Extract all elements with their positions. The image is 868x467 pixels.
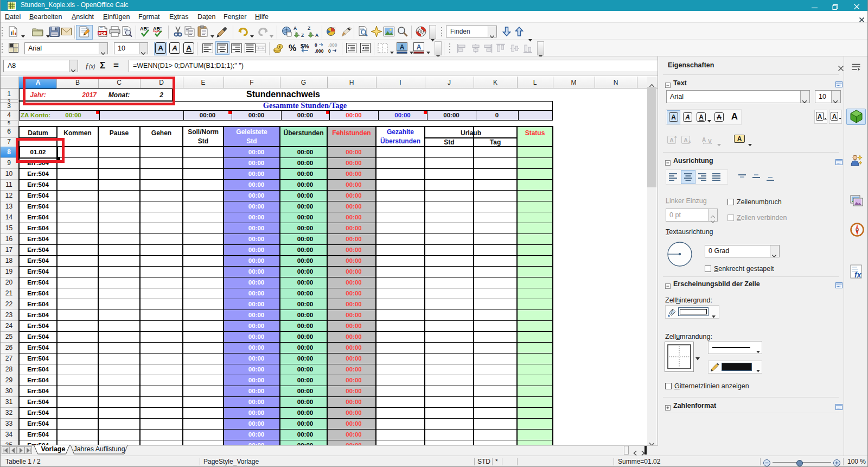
- svg-text:0: 0: [315, 42, 317, 48]
- svg-text:.000: .000: [328, 42, 337, 48]
- svg-text:0: 0: [328, 48, 331, 54]
- svg-text:fx: fx: [854, 270, 862, 279]
- svg-text:A: A: [315, 33, 318, 37]
- svg-text:A: A: [400, 43, 405, 51]
- svg-text:C: C: [159, 27, 162, 30]
- svg-text:Z: Z: [308, 26, 310, 31]
- svg-text:.000: .000: [315, 48, 324, 54]
- svg-text:A: A: [417, 43, 422, 51]
- svg-text:C: C: [146, 27, 149, 30]
- svg-text:$%: $%: [301, 43, 309, 49]
- svg-text:A: A: [702, 137, 706, 143]
- svg-text:€: €: [279, 45, 281, 49]
- svg-text:A: A: [293, 26, 297, 31]
- svg-text:PDF: PDF: [99, 31, 107, 35]
- svg-text:Z: Z: [301, 33, 304, 37]
